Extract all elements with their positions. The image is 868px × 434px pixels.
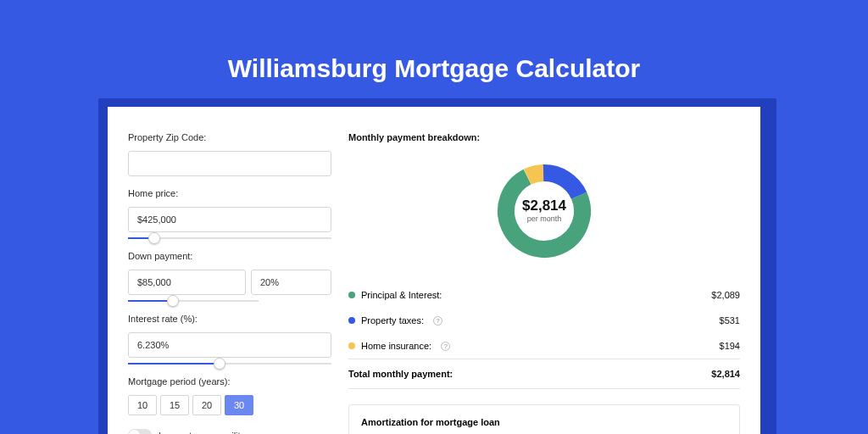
home-price-slider[interactable] [128,237,331,239]
period-group: 10 15 20 30 [128,395,331,415]
results-panel: Monthly payment breakdown: $2,814 per m [348,132,740,434]
legend-row-insurance: Home insurance: ? $194 [348,333,740,359]
page-title: Williamsburg Mortgage Calculator [0,0,868,107]
home-price-input[interactable] [128,207,331,232]
legend-value: $2,089 [711,290,740,300]
down-payment-slider[interactable] [128,300,259,302]
zip-label: Property Zip Code: [128,132,331,142]
amort-title: Amortization for mortgage loan [361,417,727,427]
help-icon[interactable]: ? [441,342,450,351]
interest-input[interactable] [128,332,331,358]
calculator-card: Property Zip Code: Home price: Down paym… [108,107,760,434]
dot-icon [348,342,355,349]
slider-fill [128,363,214,364]
form-panel: Property Zip Code: Home price: Down paym… [128,132,331,434]
donut-chart: $2,814 per month [348,151,740,281]
total-value: $2,814 [711,369,740,379]
help-icon[interactable]: ? [433,316,442,326]
legend: Principal & Interest: $2,089 Property ta… [348,281,740,389]
slider-thumb[interactable] [214,358,225,370]
down-payment-label: Down payment: [128,251,331,261]
breakdown-title: Monthly payment breakdown: [348,132,740,142]
dot-icon [348,317,355,324]
donut-center-label: per month [527,214,562,223]
period-option-30[interactable]: 30 [225,395,253,415]
period-option-10[interactable]: 10 [128,395,157,415]
amortization-panel: Amortization for mortgage loan Amortizat… [348,404,740,434]
zip-input[interactable] [128,151,331,176]
period-option-20[interactable]: 20 [192,395,221,415]
slider-thumb[interactable] [148,232,160,244]
legend-label: Principal & Interest: [361,290,442,300]
slider-fill [128,300,167,302]
toggle-knob [129,430,140,434]
down-payment-pct-input[interactable] [251,270,331,295]
veteran-label: I am veteran or military [159,431,253,435]
legend-label: Property taxes: [361,315,424,326]
legend-row-taxes: Property taxes: ? $531 [348,308,740,333]
legend-label: Home insurance: [361,341,431,351]
total-label: Total monthly payment: [348,369,453,379]
interest-label: Interest rate (%): [128,314,331,324]
interest-slider[interactable] [128,363,331,364]
dot-icon [348,292,355,298]
down-payment-amount-input[interactable] [128,270,246,295]
legend-value: $194 [720,341,740,351]
donut-center-amount: $2,814 [522,198,567,214]
period-label: Mortgage period (years): [128,376,331,387]
slider-thumb[interactable] [167,295,179,307]
veteran-toggle[interactable] [128,429,152,434]
home-price-label: Home price: [128,188,331,198]
legend-row-principal: Principal & Interest: $2,089 [348,282,740,308]
legend-row-total: Total monthly payment: $2,814 [348,359,740,389]
legend-value: $531 [720,315,740,326]
slider-fill [128,237,148,239]
period-option-15[interactable]: 15 [160,395,189,415]
